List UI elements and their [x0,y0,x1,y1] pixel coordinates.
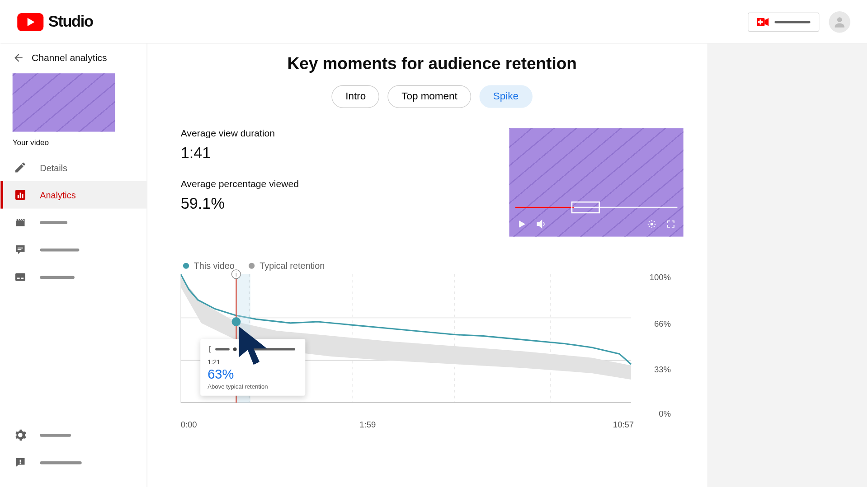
tooltip-percent: 63% [208,367,298,382]
feedback-icon [14,456,27,469]
sidebar-item-subtitles[interactable] [0,263,146,291]
arrow-left-icon [13,52,24,64]
info-icon[interactable]: i [231,269,241,279]
sidebar-item-editor[interactable] [0,209,146,236]
subtitles-icon [14,271,27,284]
retention-chart[interactable]: 100% 66% 33% 0% 0:00 1:59 10:57 i [ ] [181,274,670,415]
right-gutter [707,43,867,487]
legend-dot-typical [249,263,255,269]
fullscreen-icon[interactable] [665,219,676,230]
pencil-icon [14,161,27,174]
preview-seekbar[interactable] [515,207,678,208]
account-avatar[interactable] [829,11,850,32]
tab-intro[interactable]: Intro [332,85,380,108]
sidebar-item-label: Details [40,162,67,172]
svg-rect-6 [18,195,19,198]
moment-tabs: Intro Top moment Spike [181,85,684,108]
legend-dot-this-video [183,263,189,269]
analytics-icon [14,188,27,202]
svg-point-16 [651,223,653,225]
svg-rect-10 [18,249,21,250]
placeholder-line [40,461,81,464]
y-tick-33: 33% [654,365,671,375]
svg-rect-15 [20,463,21,464]
tab-top-moment[interactable]: Top moment [388,85,471,108]
logo-text: Studio [48,13,93,31]
your-video-label: Your video [0,138,146,154]
svg-rect-7 [20,192,21,198]
sidebar-item-details[interactable]: Details [0,154,146,181]
comments-icon [14,243,27,256]
svg-rect-9 [18,248,23,249]
svg-rect-3 [758,21,763,22]
x-tick-mid: 1:59 [359,420,376,429]
legend-typical: Typical retention [259,260,325,270]
x-tick-start: 0:00 [181,420,197,429]
svg-point-4 [837,17,842,22]
svg-rect-11 [15,273,25,281]
create-button[interactable] [748,12,819,31]
volume-icon[interactable] [535,219,546,230]
placeholder-line [40,434,71,437]
main-content: Key moments for audience retention Intro… [147,43,708,487]
placeholder-line [216,348,230,351]
clapper-icon [14,216,27,229]
settings-icon[interactable] [646,219,657,230]
y-tick-66: 66% [654,319,671,328]
x-tick-end: 10:57 [613,420,634,429]
y-tick-100: 100% [650,272,671,282]
avg-view-duration-label: Average view duration [181,128,474,139]
svg-rect-12 [17,278,20,279]
placeholder-line [774,21,810,23]
y-tick-0: 0% [659,408,671,418]
svg-rect-13 [21,278,24,279]
placeholder-line [40,248,79,251]
tooltip-note: Above typical retention [208,384,298,390]
sidebar-item-settings[interactable] [0,422,146,449]
tooltip-dot-icon [233,347,237,351]
placeholder-line [40,276,75,279]
svg-marker-1 [764,18,769,26]
page-title: Key moments for audience retention [181,54,684,73]
avg-pct-viewed-label: Average percentage viewed [181,179,474,190]
video-thumbnail[interactable] [13,73,115,131]
legend-this-video: This video [194,260,235,270]
sidebar-item-comments[interactable] [0,236,146,263]
studio-logo[interactable]: Studio [17,13,93,31]
play-icon[interactable] [516,219,527,230]
preview-seek-handle[interactable] [571,202,599,213]
create-video-icon [757,18,769,26]
gear-icon [14,428,27,441]
tab-spike[interactable]: Spike [479,85,532,108]
back-label: Channel analytics [32,52,107,63]
video-preview[interactable] [509,128,683,237]
avg-view-duration-value: 1:41 [181,144,474,162]
chart-legend: This video Typical retention [183,260,684,270]
svg-rect-8 [22,194,23,198]
youtube-icon [17,13,43,31]
placeholder-line [40,221,67,224]
avg-pct-viewed-value: 59.1% [181,194,474,213]
back-to-channel-analytics[interactable]: Channel analytics [0,52,146,73]
svg-rect-14 [20,460,21,462]
sidebar-item-analytics[interactable]: Analytics [0,181,146,209]
sidebar-item-label: Analytics [40,190,75,200]
sidebar-item-feedback[interactable] [0,449,146,476]
topbar: Studio [0,0,867,43]
sidebar: Channel analytics Your video Details Ana… [0,43,147,487]
